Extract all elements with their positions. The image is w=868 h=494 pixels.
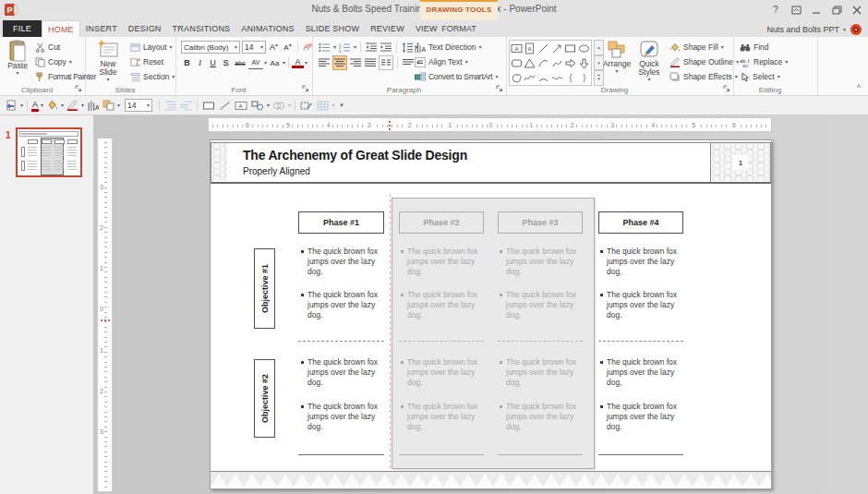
align-left-button[interactable] (318, 55, 331, 70)
copy-button[interactable]: Copy ▾ (35, 55, 72, 68)
columns-button[interactable] (379, 55, 393, 70)
bold-button[interactable]: B (181, 57, 193, 69)
shape-rectangle-icon[interactable] (564, 41, 578, 55)
ribbon-display-options-button[interactable] (789, 3, 803, 17)
text-direction-button[interactable]: A Text Direction▾ (415, 41, 482, 54)
bullet-item[interactable]: The quick brown fox jumps over the lazy … (401, 402, 482, 432)
justify-button[interactable] (364, 55, 377, 70)
shape-outline-button[interactable]: Shape Outline▾ (669, 55, 739, 68)
tab-slide-show[interactable]: SLIDE SHOW (300, 20, 366, 37)
shrink-font-button[interactable]: A▾ (282, 42, 294, 54)
replace-button[interactable]: abac Replace▾ (740, 55, 788, 68)
shape-oval-icon[interactable] (577, 41, 591, 55)
bullet-item[interactable]: The quick brown fox jumps over the lazy … (301, 247, 382, 277)
tab-file[interactable]: FILE (3, 20, 42, 37)
qat-arrange-button[interactable] (102, 98, 115, 113)
bullet-item[interactable]: The quick brown fox jumps over the lazy … (401, 290, 482, 320)
new-slide-button[interactable]: New Slide ▾ (91, 40, 125, 82)
tab-transitions[interactable]: TRANSITIONS (167, 20, 236, 37)
tab-home[interactable]: HOME (42, 20, 80, 37)
shape-effects-button[interactable]: Shape Effects▾ (669, 70, 738, 83)
qat-overflow-button[interactable]: ▾ (340, 102, 344, 108)
qat-table-button[interactable] (316, 98, 330, 113)
shape-arrow-icon[interactable] (550, 41, 564, 55)
tab-format[interactable]: FORMAT (428, 20, 489, 37)
section-button[interactable]: Section ▾ (130, 70, 175, 83)
increase-indent-button[interactable] (380, 40, 392, 54)
shape-freeform-icon[interactable] (550, 55, 564, 70)
layout-button[interactable]: Layout ▾ (130, 41, 173, 54)
help-button[interactable]: ? (768, 3, 783, 17)
phase-box-3[interactable]: Phase #3 (498, 211, 583, 234)
bullet-item[interactable]: The quick brown fox jumps over the lazy … (600, 402, 681, 432)
paste-button[interactable]: Paste ▾ (4, 40, 31, 76)
qat-rectangle-button[interactable] (201, 98, 216, 113)
horizontal-ruler[interactable]: 6543210123456 (208, 117, 772, 132)
align-text-button[interactable]: Align Text▾ (415, 55, 468, 68)
bullet-item[interactable]: The quick brown fox jumps over the lazy … (301, 290, 382, 320)
shape-rounded-rectangle-icon[interactable] (510, 55, 524, 70)
qat-shape-outline-button[interactable] (66, 98, 79, 113)
bullet-item[interactable]: The quick brown fox jumps over the lazy … (301, 402, 382, 432)
bullet-item[interactable]: The quick brown fox jumps over the lazy … (500, 402, 581, 432)
qat-text-direction-button[interactable]: A (86, 98, 100, 113)
shape-scribble-icon[interactable] (524, 70, 537, 85)
shape-blob-icon[interactable] (510, 70, 524, 85)
phase-box-2[interactable]: Phase #2 (399, 211, 484, 234)
text-shadow-button[interactable]: S (220, 57, 232, 69)
qat-text-box-button[interactable]: A (234, 98, 248, 113)
shape-arrow-down-icon[interactable] (577, 55, 591, 70)
tab-animations[interactable]: ANIMATIONS (235, 20, 299, 37)
restore-button[interactable] (829, 3, 844, 17)
account-menu[interactable]: Nuts and Bolts PPT ▾ (766, 23, 862, 36)
bullet-item[interactable]: The quick brown fox jumps over the lazy … (500, 357, 581, 388)
shape-wave-icon[interactable] (550, 70, 564, 85)
select-button[interactable]: Select▾ (740, 70, 780, 83)
font-dialog-launcher[interactable] (302, 85, 310, 93)
close-button[interactable] (850, 3, 864, 17)
clipboard-dialog-launcher[interactable] (75, 85, 83, 93)
convert-to-smartart-button[interactable]: Convert to SmartArt▾ (415, 70, 498, 83)
reset-button[interactable]: Reset (130, 55, 163, 68)
bullet-item[interactable]: The quick brown fox jumps over the lazy … (500, 290, 581, 320)
cut-button[interactable]: Cut (35, 41, 60, 54)
qat-font-size-combo[interactable]: 14▾ (125, 99, 152, 112)
vertical-ruler[interactable]: 3210123 (97, 138, 113, 492)
tab-design[interactable]: DESIGN (123, 20, 167, 37)
collapse-ribbon-button[interactable]: ^ (857, 83, 861, 92)
tab-insert[interactable]: INSERT (80, 20, 123, 37)
qat-shapes-button[interactable] (250, 98, 265, 113)
change-case-button[interactable]: Aa (268, 57, 282, 69)
shape-text-box-icon[interactable]: A (510, 41, 524, 55)
bullet-item[interactable]: The quick brown fox jumps over the lazy … (600, 357, 681, 388)
add-remove-columns-button[interactable] (402, 55, 415, 70)
paragraph-dialog-launcher[interactable] (496, 85, 504, 93)
minimize-button[interactable] (809, 3, 824, 17)
slide-header[interactable]: The Archenemy of Great Slide Design Prop… (211, 142, 771, 184)
shape-vertical-text-icon[interactable]: A (524, 41, 537, 55)
decrease-indent-button[interactable] (365, 40, 378, 54)
numbering-button[interactable]: 123 (338, 40, 352, 54)
font-color-button[interactable]: A (292, 57, 304, 68)
slide-subtitle[interactable]: Properly Aligned (243, 166, 310, 176)
quick-styles-button[interactable]: Quick Styles ▾ (633, 40, 665, 82)
underline-button[interactable]: U (207, 57, 219, 69)
qat-demote-button[interactable] (163, 98, 177, 113)
shape-fill-button[interactable]: Shape Fill▾ (669, 41, 724, 54)
objective-box-1[interactable]: Objective #1 (254, 248, 275, 329)
qat-edit-shape-button[interactable] (299, 98, 314, 113)
arrange-button[interactable]: Arrange ▾ (602, 40, 632, 74)
shape-line-icon[interactable] (536, 41, 550, 55)
shape-curve-icon[interactable] (536, 55, 550, 70)
shape-arc-icon[interactable] (536, 70, 550, 85)
objective-box-2[interactable]: Objective #2 (254, 359, 275, 438)
slide-title[interactable]: The Archenemy of Great Slide Design (243, 148, 467, 163)
drawing-dialog-launcher[interactable] (723, 85, 731, 93)
bullet-item[interactable]: The quick brown fox jumps over the lazy … (600, 290, 681, 320)
qat-line-button[interactable] (218, 98, 232, 113)
qat-promote-button[interactable] (179, 98, 193, 113)
bullets-button[interactable] (318, 40, 332, 54)
shape-triangle-icon[interactable] (524, 55, 537, 70)
phase-box-1[interactable]: Phase #1 (298, 211, 384, 234)
qat-font-color-button[interactable]: A (31, 99, 39, 112)
